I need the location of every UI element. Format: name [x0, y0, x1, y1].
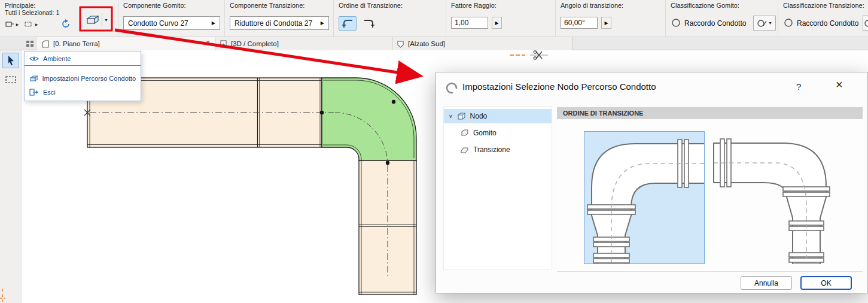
toolbox — [0, 50, 22, 303]
tree-item-label: Transizione — [473, 146, 510, 154]
classificazione-transizione-label: Classificazione Transizione: — [783, 2, 864, 9]
angolo-transizione-input[interactable] — [561, 17, 598, 29]
close-icon[interactable]: × — [836, 78, 843, 92]
angolo-transizione-label: Angolo di transizione: — [561, 2, 623, 9]
transition-order-second-button[interactable] — [360, 16, 378, 31]
menu-item-label: Ambiente — [43, 55, 71, 62]
node-handle[interactable] — [386, 161, 389, 165]
classification-ring-icon — [784, 18, 793, 28]
componente-gomito-value: Condotto Curvo 27 — [128, 19, 188, 28]
view-3d-icon — [220, 40, 227, 48]
dropdown-arrow-icon[interactable]: ▼ — [104, 18, 108, 22]
classification-ring-icon — [671, 18, 681, 28]
button-divider — [102, 13, 102, 26]
small-dropdown-icon: ▾ — [769, 20, 771, 26]
transition-icon — [461, 146, 469, 153]
transition-order-option-1[interactable] — [584, 131, 705, 264]
tree-item-nodo[interactable]: ∨ Nodo — [444, 109, 552, 123]
tab-alzato-sud[interactable]: [Alzato Sud] — [392, 37, 573, 50]
floor-plan-icon — [41, 40, 50, 48]
tab-label: [Alzato Sud] — [408, 40, 445, 47]
section-componente-gomito: Componente Gomito: Condotto Curvo 27 ▶ — [118, 0, 224, 37]
tree-item-gomito[interactable]: Gomito — [444, 126, 552, 140]
menu-item-ambiente[interactable]: Ambiente — [25, 51, 141, 65]
classificazione-gomito-value: Raccordo Condotto — [684, 19, 746, 28]
componente-transizione-combo[interactable]: Riduttore di Condotta 27 ▶ — [230, 16, 329, 30]
angolo-transizione-flyout-button[interactable]: ▶ — [601, 17, 611, 29]
selection-status: Tutti i Selezionati: 1 — [5, 9, 59, 16]
menu-separator — [25, 65, 141, 66]
node-handle[interactable] — [392, 100, 395, 104]
dialog-footer-divider — [557, 271, 863, 272]
node-tool-button[interactable]: ▶ — [4, 18, 20, 30]
app-window: Principale: Tutti i Selezionati: 1 ▶ ▶ — [0, 0, 868, 303]
node-icon — [457, 113, 466, 120]
menu-item-label: Esci — [43, 89, 56, 96]
componente-transizione-label: Componente Transizione: — [230, 2, 304, 9]
flyout-arrow-icon: ▶ — [495, 20, 498, 26]
tab-label: [0. Piano Terra] — [53, 40, 100, 47]
section-angolo-transizione: Angolo di transizione: ▶ — [555, 0, 665, 37]
componente-transizione-value: Riduttore di Condotta 27 — [234, 19, 312, 28]
flyout-arrow-icon: ▶ — [321, 20, 324, 26]
rotate-button[interactable] — [59, 18, 73, 30]
marquee-rect-icon — [5, 76, 16, 83]
help-button[interactable]: ? — [796, 81, 801, 92]
elbow-icon — [461, 129, 469, 137]
elbow-order-2-icon — [363, 19, 375, 28]
tab-overview-button[interactable] — [24, 38, 36, 49]
fattore-raggio-label: Fattore Raggio: — [451, 2, 497, 9]
flyout-arrow-icon: ▶ — [16, 22, 19, 26]
arrow-select-tool[interactable] — [2, 53, 19, 68]
pet-palette-menu: Ambiente Impostazioni Percorso Condotto … — [24, 51, 141, 101]
tab-close-icon[interactable]: × — [206, 38, 210, 47]
tab-3d-completo[interactable]: [3D / Completo] — [215, 37, 392, 50]
snap-dashes-icon — [510, 53, 525, 57]
section-ordine-transizione: Ordine di Transizione: — [333, 0, 446, 37]
ok-button[interactable]: OK — [800, 276, 852, 290]
marquee-tool-button[interactable]: ▶ — [23, 18, 39, 30]
section-fattore-raggio: Fattore Raggio: ▶ — [446, 0, 555, 37]
marquee-tool-icon — [25, 21, 33, 28]
transition-order-options — [557, 119, 863, 271]
section-classificazione-gomito: Classificazione Gomito: Raccordo Condott… — [665, 0, 778, 37]
node-tool-icon — [5, 21, 14, 28]
flyout-arrow-icon: ▶ — [604, 20, 608, 26]
rotate-icon — [61, 19, 71, 29]
fattore-raggio-input[interactable] — [451, 17, 488, 29]
settings-tree-panel: ∨ Nodo Gomito Transizione — [443, 106, 552, 270]
principale-label: Principale: — [5, 2, 35, 9]
transition-order-preview-2 — [712, 131, 833, 264]
classificazione-transizione-button[interactable] — [863, 16, 868, 31]
transition-order-first-button[interactable] — [339, 16, 357, 31]
fattore-raggio-flyout-button[interactable]: ▶ — [492, 17, 502, 29]
menu-item-impostazioni-percorso[interactable]: Impostazioni Percorso Condotto — [25, 71, 141, 85]
menu-item-label: Impostazioni Percorso Condotto — [42, 75, 136, 82]
elevation-icon — [397, 40, 404, 48]
tab-label: [3D / Completo] — [231, 40, 279, 47]
elbow-order-1-icon — [342, 19, 354, 28]
grid-icon — [26, 40, 34, 47]
duct-settings-icon — [29, 75, 38, 82]
ordine-transizione-label: Ordine di Transizione: — [339, 2, 403, 9]
chevron-down-icon[interactable]: ∨ — [449, 113, 453, 119]
duct-icon — [86, 14, 100, 25]
duct-path-settings-button[interactable]: ▼ — [83, 10, 111, 30]
transition-order-preview-1 — [584, 132, 705, 264]
tree-item-label: Nodo — [470, 112, 488, 120]
tree-item-transizione[interactable]: Transizione — [444, 143, 552, 157]
transition-order-option-2[interactable] — [712, 131, 833, 264]
eye-icon — [29, 56, 39, 62]
selected-elbow-node[interactable] — [322, 78, 416, 160]
node-selection-settings-dialog: Impostazioni Selezione Nodo Percorso Con… — [435, 72, 868, 293]
marquee-select-tool[interactable] — [2, 72, 19, 87]
classificazione-gomito-label: Classificazione Gomito: — [671, 2, 739, 9]
section-componente-transizione: Componente Transizione: Riduttore di Con… — [224, 0, 333, 37]
classificazione-gomito-button[interactable]: ▾ — [753, 16, 776, 31]
cancel-button[interactable]: Annulla — [741, 276, 792, 290]
componente-gomito-combo[interactable]: Condotto Curvo 27 ▶ — [123, 16, 220, 30]
node-handle[interactable] — [320, 111, 324, 114]
menu-item-esci[interactable]: Esci — [25, 85, 141, 99]
classificazione-transizione-value: Raccordo Condotto — [797, 19, 858, 28]
tab-piano-terra[interactable]: [0. Piano Terra] × — [37, 37, 215, 50]
